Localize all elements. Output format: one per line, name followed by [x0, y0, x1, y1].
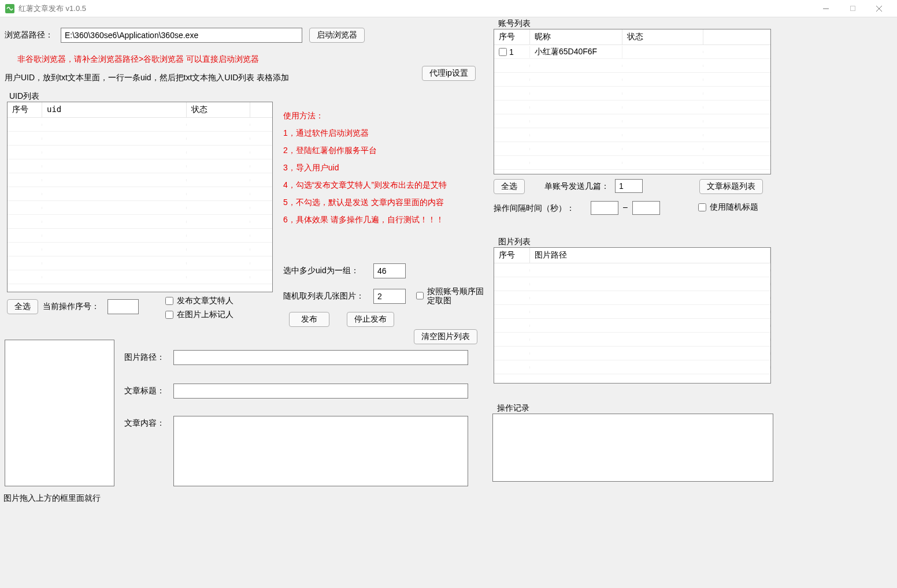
publish-at-users-checkbox[interactable]: 发布文章艾特人: [165, 296, 233, 306]
accounts-select-all-button[interactable]: 全选: [494, 179, 525, 194]
svg-rect-2: [850, 6, 855, 11]
accounts-col-status[interactable]: 状态: [622, 29, 703, 44]
minimize-button[interactable]: [813, 0, 839, 17]
account-row-checkbox[interactable]: [499, 48, 507, 56]
image-preview-box[interactable]: [5, 340, 114, 486]
uid-col-index[interactable]: 序号: [8, 102, 42, 117]
interval-dash: –: [623, 202, 628, 211]
titlebar: 红薯文章发布 v1.0.5: [0, 0, 897, 17]
images-col-index[interactable]: 序号: [494, 248, 530, 263]
image-path-input[interactable]: [173, 350, 468, 365]
interval-label: 操作间隔时间（秒）：: [494, 203, 574, 214]
images-col-path[interactable]: 图片路径: [530, 248, 770, 263]
uid-col-status[interactable]: 状态: [187, 102, 250, 117]
uid-list-legend: UID列表: [7, 91, 42, 102]
close-button[interactable]: [866, 0, 892, 17]
random-images-label: 随机取列表几张图片：: [283, 291, 364, 302]
send-per-account-label: 单账号发送几篇：: [544, 181, 609, 192]
fixed-seq-checkbox[interactable]: 按照账号顺序固定取图: [416, 286, 485, 305]
usage-title: 使用方法：: [283, 111, 480, 121]
uid-select-all-button[interactable]: 全选: [7, 299, 38, 314]
log-box[interactable]: [492, 414, 773, 482]
account-status: [622, 51, 703, 53]
clear-image-list-button[interactable]: 清空图片列表: [414, 329, 477, 344]
table-row[interactable]: 1 小红薯65D40F6F: [494, 45, 770, 59]
log-legend: 操作记录: [495, 403, 532, 414]
article-content-label: 文章内容：: [124, 418, 165, 429]
non-chrome-hint: 非谷歌浏览器，请补全浏览器路径>谷歌浏览器 可以直接启动浏览器: [17, 54, 259, 65]
title-list-button[interactable]: 文章标题列表: [699, 179, 763, 194]
window-title: 红薯文章发布 v1.0.5: [18, 3, 86, 14]
publish-button[interactable]: 发布: [289, 312, 329, 327]
account-nick: 小红薯65D40F6F: [530, 46, 622, 58]
accounts-table[interactable]: 序号 昵称 状态 1 小红薯65D40F6F: [494, 29, 771, 174]
article-title-input[interactable]: [173, 384, 468, 399]
article-title-label: 文章标题：: [124, 386, 165, 396]
usage-line-6: 6，具体效果 请多操作几遍，自行测试！！！: [283, 215, 480, 225]
group-count-input[interactable]: [373, 263, 406, 278]
mark-on-image-checkbox[interactable]: 在图片上标记人: [165, 310, 233, 320]
app-icon: [5, 3, 15, 14]
stop-publish-button[interactable]: 停止发布: [347, 312, 394, 327]
random-title-checkbox[interactable]: 使用随机标题: [698, 202, 758, 213]
start-browser-button[interactable]: 启动浏览器: [309, 28, 365, 43]
current-op-index-label: 当前操作序号：: [43, 302, 99, 312]
uid-table[interactable]: 序号 uid 状态: [7, 102, 273, 292]
images-legend: 图片列表: [496, 237, 533, 247]
usage-line-1: 1，通过软件启动浏览器: [283, 128, 480, 139]
send-per-account-input[interactable]: [615, 179, 643, 193]
current-op-index-input[interactable]: [108, 299, 139, 314]
browser-path-input[interactable]: [61, 28, 302, 43]
random-images-input[interactable]: [373, 289, 406, 304]
window-controls: [813, 0, 892, 17]
image-path-label: 图片路径：: [124, 352, 165, 363]
proxy-ip-button[interactable]: 代理ip设置: [422, 66, 476, 81]
uid-col-uid[interactable]: uid: [42, 102, 187, 117]
drag-hint: 图片拖入上方的框里面就行: [3, 493, 101, 504]
article-content-textarea[interactable]: [173, 416, 468, 486]
interval-to-input[interactable]: [632, 201, 660, 215]
usage-line-3: 3，导入用户uid: [283, 163, 480, 173]
group-count-label: 选中多少uid为一组：: [283, 266, 359, 276]
accounts-col-nick[interactable]: 昵称: [530, 29, 622, 44]
usage-instructions: 使用方法： 1，通过软件启动浏览器 2，登陆红薯创作服务平台 3，导入用户uid…: [283, 111, 480, 232]
usage-line-2: 2，登陆红薯创作服务平台: [283, 146, 480, 156]
usage-line-5: 5，不勾选，默认是发送 文章内容里面的内容: [283, 198, 480, 208]
interval-from-input[interactable]: [591, 201, 618, 215]
accounts-legend: 账号列表: [496, 18, 533, 29]
uid-table-body: [8, 118, 272, 284]
browser-path-label: 浏览器路径：: [5, 30, 53, 40]
images-table[interactable]: 序号 图片路径: [494, 247, 771, 384]
maximize-button[interactable]: [839, 0, 866, 17]
uid-note: 用户UID，放到txt文本里面，一行一条uid，然后把txt文本拖入UID列表 …: [5, 73, 289, 83]
usage-line-4: 4，勾选“发布文章艾特人”则发布出去的是艾特: [283, 180, 480, 191]
accounts-col-index[interactable]: 序号: [494, 29, 530, 44]
